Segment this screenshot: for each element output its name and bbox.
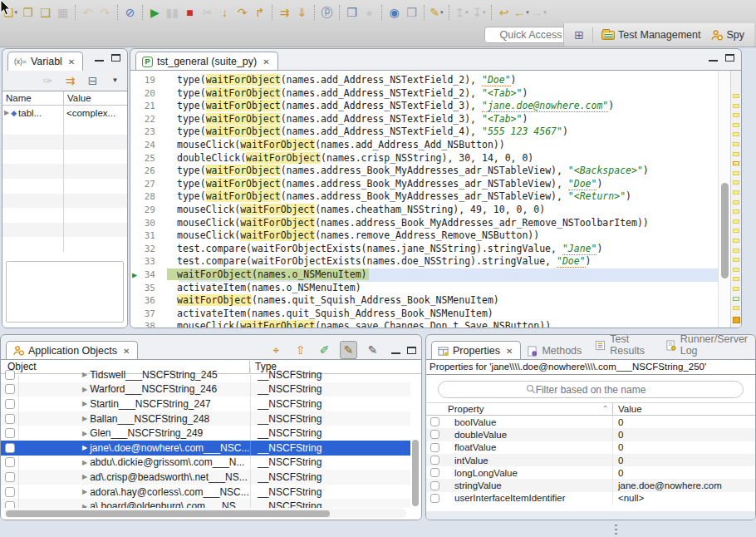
occurrence-marker[interactable]	[733, 297, 739, 301]
occurrence-marker[interactable]	[733, 209, 739, 214]
variable-row[interactable]	[2, 194, 127, 209]
run-to-line-icon[interactable]: ⇉	[276, 3, 293, 22]
last-edit-location-icon[interactable]: ↩	[495, 3, 513, 22]
object-row[interactable]: ▶Ballan___NSCFString_248__NSCFString	[1, 411, 410, 426]
property-row[interactable]: userInterfaceItemIdentifier<null>	[426, 492, 755, 505]
code-line-34[interactable]: ▶34waitForObject(names.o_NSMenuItem)	[130, 268, 718, 282]
row-checkbox[interactable]	[5, 399, 15, 409]
expand-icon[interactable]: ▶	[82, 386, 87, 393]
row-checkbox[interactable]	[430, 494, 439, 503]
occurrence-marker[interactable]	[733, 180, 739, 185]
prev-annotation-icon[interactable]: ↥▾	[453, 3, 470, 22]
perspective-spy[interactable]: Spy	[705, 27, 749, 44]
expand-icon[interactable]: ▶	[82, 400, 87, 407]
tab-test-results[interactable]: Test Results	[589, 330, 659, 360]
object-row[interactable]: ▶Glen___NSCFString_249__NSCFString	[1, 426, 410, 441]
occurrence-marker[interactable]	[733, 268, 739, 272]
overview-ruler[interactable]	[730, 71, 741, 328]
tab-runner-server-log[interactable]: Runner/Server Log	[660, 330, 755, 360]
occurrence-marker[interactable]	[733, 229, 739, 233]
row-checkbox[interactable]	[430, 456, 439, 465]
tab-properties[interactable]: Properties✕	[431, 341, 521, 360]
code-line-36[interactable]: 36waitForObject(names.quit_Squish_Addres…	[130, 294, 718, 308]
record-test-icon[interactable]: ●	[361, 3, 378, 22]
occurrence-marker[interactable]	[733, 239, 739, 243]
expand-icon[interactable]: ▶	[82, 430, 87, 437]
tab-methods[interactable]: Methods	[521, 342, 589, 360]
tab-variables[interactable]: (x)= Variabl ✕	[7, 52, 83, 71]
expand-icon[interactable]: ▶	[82, 488, 87, 495]
occurrence-marker[interactable]	[733, 113, 739, 117]
skip-all-breakpoints-icon[interactable]: ⊘	[121, 3, 139, 22]
object-row[interactable]: ▶ad\.crisp@beadsworth\.net___NS...__NSCF…	[1, 470, 410, 485]
scrollbar-thumb[interactable]	[721, 183, 729, 278]
open-perspective-button[interactable]: ⊞	[569, 26, 589, 44]
code-line-28[interactable]: 28type(waitForObject(names.address_Book_…	[130, 190, 718, 204]
property-row[interactable]: boolValue0	[426, 416, 755, 428]
save-icon[interactable]: ▦	[54, 3, 71, 22]
variable-row[interactable]: ▶◆tabl...<complex...	[2, 106, 127, 121]
redo-icon[interactable]: ↷	[96, 3, 114, 22]
property-row[interactable]: stringValuejane.doe@nowhere.com	[426, 479, 755, 491]
column-property[interactable]: Property ⌃	[426, 403, 613, 415]
new-watch-icon[interactable]: ✑	[39, 71, 56, 90]
occurrence-marker[interactable]	[733, 142, 739, 146]
edit-object-name-icon[interactable]: ✎	[364, 341, 381, 359]
objects-vscrollbar[interactable]	[410, 377, 420, 506]
record-snippet-icon[interactable]: ⇓	[293, 3, 311, 22]
resume-icon[interactable]: ▶	[146, 3, 164, 22]
object-row[interactable]: ▶Warford___NSCFString_246__NSCFString	[1, 382, 410, 397]
editor-scrollbar[interactable]	[718, 71, 730, 328]
minimize-button[interactable]	[709, 54, 718, 62]
code-line-30[interactable]: 30mouseClick(waitForObject(names.address…	[130, 217, 718, 230]
stop-icon[interactable]: ■	[181, 3, 199, 22]
code-line-22[interactable]: 22type(waitForObject(names.add_Address_N…	[130, 113, 718, 126]
objects-hscrollbar[interactable]	[4, 509, 406, 518]
occurrence-marker[interactable]	[733, 161, 739, 165]
object-row[interactable]: ▶Startin___NSCFString_247__NSCFString	[1, 397, 410, 411]
close-icon[interactable]: ✕	[68, 57, 75, 67]
minimize-button[interactable]	[95, 54, 104, 62]
occurrence-marker[interactable]	[733, 200, 739, 204]
row-checkbox[interactable]	[5, 472, 15, 482]
code-line-29[interactable]: 29mouseClick(waitForObject(names.cheatha…	[130, 204, 718, 217]
snapshot-icon[interactable]: ◉	[385, 3, 403, 22]
code-line-31[interactable]: 31mouseClick(waitForObject(names.remove_…	[130, 229, 718, 243]
occurrence-marker[interactable]	[733, 132, 739, 136]
column-value[interactable]: Value	[64, 91, 95, 105]
tab-tst-general[interactable]: P tst_general (suite_py) ✕	[135, 52, 278, 71]
property-row[interactable]: doubleValue0	[426, 428, 755, 441]
collapse-all-icon[interactable]: ⊟	[84, 71, 101, 90]
undo-icon[interactable]: ↶	[79, 3, 96, 22]
occurrence-marker[interactable]	[733, 123, 739, 127]
expand-icon[interactable]: ▶	[82, 444, 87, 451]
occurrence-marker[interactable]	[733, 287, 739, 291]
expand-icon[interactable]: ▶	[82, 459, 87, 466]
code-line-35[interactable]: 35activateItem(names.o_NSMenuItem)	[130, 282, 718, 295]
new-test-case-icon[interactable]: ❐	[19, 3, 37, 22]
expand-icon[interactable]: ▶	[82, 371, 87, 378]
object-picker-icon[interactable]: ✐	[316, 341, 333, 359]
expand-icon[interactable]: ▶	[82, 503, 87, 508]
occurrence-marker[interactable]	[733, 306, 739, 310]
code-line-38[interactable]: 38mouseClick(waitForObject(names.save_Ch…	[130, 320, 718, 328]
maximize-button[interactable]	[111, 54, 120, 62]
code-line-27[interactable]: 27type(waitForObject(names.address_Book_…	[130, 178, 718, 191]
column-name[interactable]: Name	[2, 91, 64, 105]
occurrence-marker[interactable]	[733, 249, 739, 253]
variable-row[interactable]	[2, 150, 127, 165]
code-line-20[interactable]: 20type(waitForObject(names.add_Address_N…	[130, 87, 718, 101]
variable-row[interactable]	[2, 121, 127, 135]
filter-input[interactable]	[438, 381, 744, 398]
maximize-button[interactable]	[407, 347, 416, 354]
occurrence-marker[interactable]	[733, 219, 739, 224]
property-row[interactable]: longLongValue0	[426, 466, 755, 479]
row-checkbox[interactable]	[5, 457, 15, 467]
object-row[interactable]: ▶jane\.doe@nowhere\.com___NSC...__NSCFSt…	[1, 441, 410, 456]
occurrence-marker[interactable]	[733, 258, 739, 262]
row-checkbox[interactable]	[5, 428, 15, 438]
row-checkbox[interactable]	[430, 443, 439, 452]
occurrence-marker[interactable]	[733, 190, 739, 195]
code-line-32[interactable]: 32test.compare(waitForObjectExists(names…	[130, 243, 718, 256]
disconnect-icon[interactable]: ✂	[199, 3, 216, 22]
